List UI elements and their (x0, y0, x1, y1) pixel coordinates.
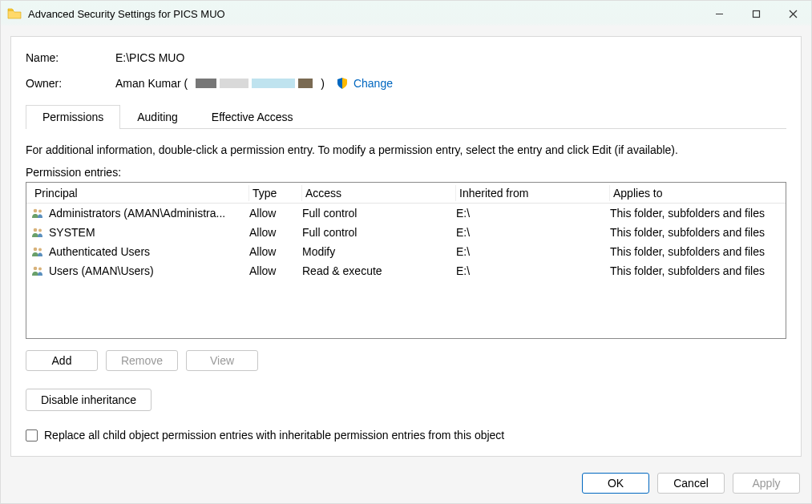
cell-applies: This folder, subfolders and files (610, 226, 781, 239)
cell-access: Full control (302, 226, 456, 239)
cell-access: Modify (302, 245, 456, 258)
owner-row: Owner: Aman Kumar ( ) Change (26, 77, 786, 90)
tab-auditing[interactable]: Auditing (120, 105, 195, 129)
replace-checkbox-label: Replace all child object permission entr… (44, 429, 504, 442)
col-access[interactable]: Access (302, 185, 456, 201)
name-row: Name: E:\PICS MUO (26, 51, 786, 64)
users-icon (31, 265, 44, 276)
col-type[interactable]: Type (249, 185, 302, 201)
cell-applies: This folder, subfolders and files (610, 245, 781, 258)
cell-inherited: E:\ (456, 207, 610, 220)
svg-point-6 (34, 228, 38, 232)
window-frame: Advanced Security Settings for PICS MUO … (0, 0, 812, 504)
change-owner-link[interactable]: Change (353, 77, 393, 90)
cell-applies: This folder, subfolders and files (610, 264, 781, 277)
col-principal[interactable]: Principal (31, 185, 249, 201)
folder-icon (7, 8, 22, 19)
col-applies[interactable]: Applies to (610, 185, 781, 201)
table-row[interactable]: Users (AMAN\Users)AllowRead & executeE:\… (26, 261, 786, 280)
svg-point-8 (34, 248, 38, 252)
add-button[interactable]: Add (26, 350, 98, 371)
tab-strip: Permissions Auditing Effective Access (26, 104, 786, 129)
cell-access: Full control (302, 207, 456, 220)
cell-applies: This folder, subfolders and files (610, 207, 781, 220)
col-inherited[interactable]: Inherited from (456, 185, 610, 201)
titlebar: Advanced Security Settings for PICS MUO (1, 1, 811, 26)
table-header: Principal Type Access Inherited from App… (26, 183, 786, 204)
ok-button[interactable]: OK (582, 473, 649, 494)
svg-point-11 (38, 268, 42, 271)
dialog-footer: OK Cancel Apply (1, 466, 811, 503)
name-value: E:\PICS MUO (115, 51, 184, 64)
close-button[interactable] (774, 1, 811, 26)
svg-rect-1 (753, 10, 759, 17)
apply-button[interactable]: Apply (733, 473, 800, 494)
cancel-button[interactable]: Cancel (657, 473, 725, 494)
owner-value: Aman Kumar ( ) Change (115, 77, 393, 90)
table-row[interactable]: SYSTEMAllowFull controlE:\This folder, s… (26, 223, 786, 242)
maximize-button[interactable] (737, 1, 774, 26)
cell-principal: Users (AMAN\Users) (49, 264, 154, 277)
tab-effective-access[interactable]: Effective Access (195, 105, 310, 129)
shield-icon (336, 77, 349, 90)
window-controls (701, 1, 811, 26)
cell-type: Allow (249, 264, 302, 277)
entry-buttons: Add Remove View (26, 350, 786, 371)
svg-point-5 (38, 210, 42, 213)
view-button[interactable]: View (186, 350, 258, 371)
cell-inherited: E:\ (456, 245, 610, 258)
main-panel: Name: E:\PICS MUO Owner: Aman Kumar ( ) … (10, 36, 802, 457)
inheritance-buttons: Disable inheritance (26, 389, 786, 411)
owner-redacted (196, 79, 313, 88)
disable-inheritance-button[interactable]: Disable inheritance (26, 389, 151, 411)
svg-point-9 (38, 248, 42, 252)
users-icon (31, 227, 44, 238)
tab-permissions[interactable]: Permissions (26, 105, 120, 129)
minimize-button[interactable] (701, 1, 737, 26)
cell-type: Allow (249, 207, 302, 220)
cell-type: Allow (249, 226, 302, 239)
owner-name-prefix: Aman Kumar ( (115, 77, 188, 90)
owner-name-suffix: ) (321, 77, 325, 90)
cell-inherited: E:\ (456, 264, 610, 277)
cell-principal: SYSTEM (49, 226, 95, 239)
replace-checkbox-row: Replace all child object permission entr… (26, 429, 786, 442)
replace-checkbox[interactable] (26, 429, 38, 442)
svg-point-4 (34, 209, 38, 213)
cell-principal: Authenticated Users (49, 245, 150, 258)
owner-label: Owner: (26, 77, 115, 90)
users-icon (31, 208, 44, 219)
name-label: Name: (26, 51, 115, 64)
remove-button[interactable]: Remove (106, 350, 178, 371)
info-text: For additional information, double-click… (26, 143, 786, 156)
table-row[interactable]: Authenticated UsersAllowModifyE:\This fo… (26, 242, 786, 261)
cell-type: Allow (249, 245, 302, 258)
users-icon (31, 246, 44, 257)
entries-label: Permission entries: (26, 166, 786, 179)
cell-access: Read & execute (302, 264, 456, 277)
cell-principal: Administrators (AMAN\Administra... (49, 207, 225, 220)
svg-point-10 (34, 267, 38, 271)
table-row[interactable]: Administrators (AMAN\Administra...AllowF… (26, 204, 786, 223)
cell-inherited: E:\ (456, 226, 610, 239)
window-title: Advanced Security Settings for PICS MUO (28, 8, 225, 20)
svg-point-7 (38, 229, 42, 232)
permissions-table: Principal Type Access Inherited from App… (26, 182, 786, 339)
